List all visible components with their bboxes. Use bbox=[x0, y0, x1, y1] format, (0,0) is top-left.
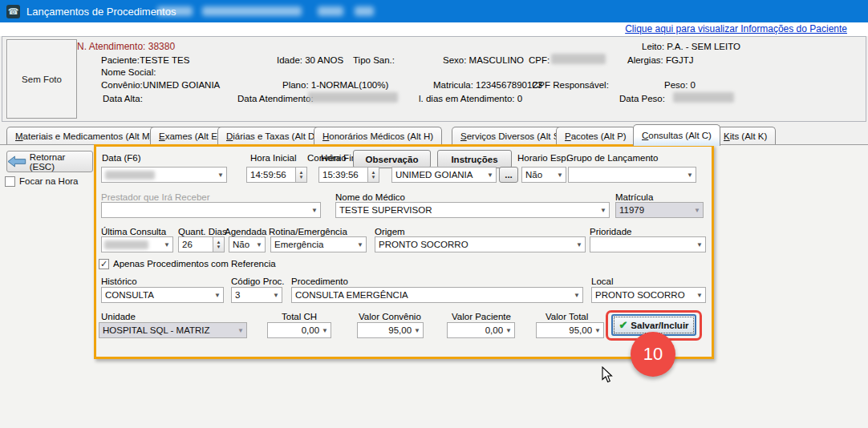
redacted-data-peso-blur bbox=[673, 92, 734, 103]
spinner-arrows-icon[interactable]: ▲▼ bbox=[213, 237, 224, 252]
dropdown-arrow-icon: ▼ bbox=[694, 241, 703, 248]
retornar-label: Retornar (ESC) bbox=[30, 152, 92, 172]
instrucoes-button[interactable]: Instruções bbox=[437, 150, 512, 168]
patient-info-link[interactable]: Clique aqui para visualizar Informações … bbox=[625, 23, 847, 34]
dropdown-arrow-icon: ▼ bbox=[684, 172, 693, 179]
hora-inicial-label: Hora Inicial bbox=[250, 153, 297, 163]
prestador-combo[interactable]: ▼ bbox=[101, 202, 321, 218]
dropdown-arrow-icon: ▼ bbox=[270, 292, 279, 299]
grupo-lancamento-combo[interactable]: ▼ bbox=[568, 167, 696, 183]
dropdown-arrow-icon: ▼ bbox=[161, 241, 170, 248]
idade-value: Idade: 30 ANOS bbox=[277, 55, 343, 65]
patient-photo-placeholder: Sem Foto bbox=[6, 39, 77, 119]
tab-diarias-taxas[interactable]: Diárias e Taxas (Alt D) bbox=[217, 127, 327, 144]
dropdown-arrow-icon: ▼ bbox=[485, 172, 493, 179]
plano-value: Plano: 1-NORMAL(100%) bbox=[282, 80, 388, 90]
dropdown-arrow-icon: ▼ bbox=[503, 327, 512, 334]
valor-total-field[interactable]: 95,00 ▼ bbox=[536, 322, 604, 338]
dias-atendimento-value: l. dias em Atendimento: 0 bbox=[419, 94, 522, 103]
redacted-title-text-blur bbox=[202, 6, 302, 16]
agendada-label: Agendada bbox=[225, 227, 266, 236]
tab-consultas[interactable]: Consultas (Alt C) bbox=[633, 124, 720, 146]
horario-esp-combo[interactable]: Não ▼ bbox=[521, 167, 566, 183]
tipo-sanguineo-label: Tipo San.: bbox=[353, 55, 395, 65]
dropdown-arrow-icon: ▼ bbox=[254, 241, 262, 248]
retornar-button[interactable]: Retornar (ESC) bbox=[6, 151, 93, 172]
prestador-label: Prestador que Irá Receber bbox=[101, 192, 210, 202]
focar-na-hora-label: Focar na Hora bbox=[19, 176, 79, 186]
total-ch-field[interactable]: 0,00 ▼ bbox=[267, 322, 331, 338]
ultima-consulta-combo[interactable]: ▼ bbox=[101, 236, 173, 252]
dropdown-arrow-icon: ▼ bbox=[309, 207, 318, 214]
redacted-cpf-blur bbox=[551, 54, 606, 64]
peso-value: Peso: 0 bbox=[664, 80, 696, 90]
sexo-value: Sexo: MASCULINO bbox=[443, 55, 524, 65]
codigo-proc-combo[interactable]: 3 ▼ bbox=[231, 287, 282, 303]
paciente-value: Paciente:TESTE TES bbox=[101, 55, 189, 65]
agendada-combo[interactable]: Não ▼ bbox=[229, 236, 266, 252]
horario-esp-label: Horario Esp. bbox=[517, 153, 569, 163]
apenas-referencia-checkbox[interactable]: ✓ bbox=[99, 259, 109, 269]
valor-convenio-field[interactable]: 95,00 ▼ bbox=[357, 322, 424, 338]
dropdown-arrow-icon: ▼ bbox=[215, 172, 224, 179]
step-number-badge: 10 bbox=[631, 332, 675, 377]
spinner-arrows-icon[interactable]: ▲▼ bbox=[295, 168, 306, 182]
data-alta-label: Data Alta: bbox=[103, 94, 143, 103]
data-atendimento-label: Data Atendimento: bbox=[237, 94, 314, 103]
back-arrow-icon bbox=[7, 155, 26, 168]
convenio-combo[interactable]: UNIMED GOIANIA ▼ bbox=[391, 167, 497, 183]
matricula-field-label: Matrícula bbox=[615, 192, 653, 202]
hora-inicial-spinner[interactable]: 14:59:56 ▲▼ bbox=[246, 167, 307, 183]
cpf-label: CPF: bbox=[529, 55, 550, 65]
dropdown-arrow-icon: ▼ bbox=[212, 292, 221, 299]
ellipsis-button[interactable]: ... bbox=[499, 167, 518, 183]
origem-label: Origem bbox=[375, 227, 405, 236]
data-f6-label: Data (F6) bbox=[102, 153, 141, 163]
quant-dias-spinner[interactable]: 26 ▲▼ bbox=[178, 236, 225, 252]
tab-materiais-medicamentos[interactable]: Materiais e Medicamentos (Alt M) bbox=[6, 127, 161, 144]
matricula-value: Matricula: 1234567890123 bbox=[433, 80, 542, 90]
atendimento-number: N. Atendimento: 38380 bbox=[77, 41, 175, 52]
focar-na-hora-checkbox[interactable] bbox=[5, 176, 15, 187]
redacted-data-atendimento-blur bbox=[308, 92, 398, 103]
nome-medico-combo[interactable]: TESTE SUPERVISOR ▼ bbox=[335, 202, 610, 218]
rotina-emergencia-combo[interactable]: Emergência ▼ bbox=[270, 236, 367, 252]
tab-kits[interactable]: Kits (Alt K) bbox=[715, 127, 776, 144]
tab-honorarios-medicos[interactable]: Honorários Médicos (Alt H) bbox=[314, 127, 442, 144]
tab-servicos-diversos[interactable]: Serviços Diversos (Alt S) bbox=[452, 127, 571, 144]
ultima-consulta-label: Última Consulta bbox=[101, 227, 166, 236]
dropdown-arrow-icon: ▼ bbox=[694, 292, 703, 299]
historico-label: Histórico bbox=[101, 277, 137, 286]
historico-combo[interactable]: CONSULTA ▼ bbox=[101, 287, 224, 303]
dropdown-arrow-icon: ▼ bbox=[355, 241, 363, 248]
spinner-arrows-icon[interactable]: ▲▼ bbox=[367, 168, 379, 182]
app-phone-icon: ☎ bbox=[6, 5, 20, 18]
prioridade-combo[interactable]: ▼ bbox=[590, 236, 706, 252]
origem-combo[interactable]: PRONTO SOCORRO ▼ bbox=[375, 236, 586, 252]
redacted-title-text-blur bbox=[355, 6, 374, 16]
data-f6-combo[interactable]: ▼ bbox=[101, 167, 227, 183]
total-ch-label: Total CH bbox=[282, 312, 317, 321]
procedimento-combo[interactable]: CONSULTA EMERGÊNCIA ▼ bbox=[291, 287, 583, 303]
redacted-title-text-blur bbox=[157, 6, 193, 16]
cpf-responsavel-label: CPF Responsável: bbox=[532, 80, 609, 90]
redacted-title-text-blur bbox=[318, 6, 343, 16]
tab-pacotes[interactable]: Pacotes (Alt P) bbox=[556, 127, 635, 144]
apenas-referencia-label: Apenas Procedimentos com Referencia bbox=[113, 259, 276, 269]
dropdown-arrow-icon: ▼ bbox=[574, 241, 582, 248]
valor-total-label: Valor Total bbox=[546, 312, 588, 321]
valor-paciente-field[interactable]: 0,00 ▼ bbox=[447, 322, 515, 338]
dropdown-arrow-icon: ▼ bbox=[692, 207, 700, 214]
observacao-button[interactable]: Observação bbox=[353, 150, 431, 168]
hora-final-spinner[interactable]: 15:39:56 ▲▼ bbox=[318, 167, 379, 183]
mouse-cursor bbox=[602, 366, 613, 383]
nome-social-label: Nome Social: bbox=[101, 67, 156, 77]
valor-convenio-label: Valor Convênio bbox=[359, 312, 421, 321]
prioridade-label: Prioridade bbox=[590, 227, 631, 236]
alergias-value: Alergias: FGJTJ bbox=[627, 55, 693, 65]
dropdown-arrow-icon: ▼ bbox=[412, 327, 420, 334]
redacted-data-blur bbox=[105, 171, 155, 180]
local-combo[interactable]: PRONTO SOCORRO ▼ bbox=[591, 287, 706, 303]
local-label: Local bbox=[591, 277, 614, 286]
title-bar: ☎ Lançamentos de Procedimentos bbox=[0, 0, 868, 22]
